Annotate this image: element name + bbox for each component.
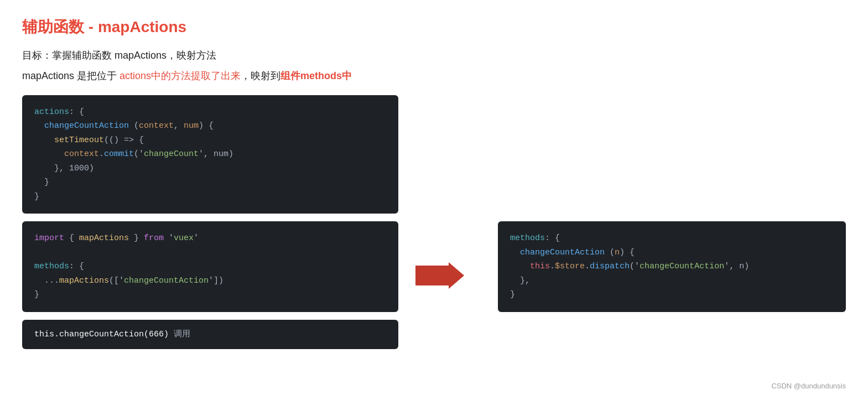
left-column: actions: { changeCountAction (context, n… [22, 95, 398, 214]
desc2-middle: ，映射到 [241, 70, 280, 81]
code-block-call: this.changeCountAction(666) 调用 [22, 320, 398, 350]
code-block-import: import { mapActions } from 'vuex' method… [22, 221, 398, 312]
code-block-methods: methods: { changeCountAction (n) { this.… [498, 221, 846, 312]
two-col-row: import { mapActions } from 'vuex' method… [22, 221, 846, 349]
desc-line-2: mapActions 是把位于 actions中的方法提取了出来，映射到组件me… [22, 68, 846, 84]
desc2-prefix: mapActions 是把位于 [22, 70, 119, 81]
left-bottom-col: import { mapActions } from 'vuex' method… [22, 221, 398, 349]
desc-line-1: 目标：掌握辅助函数 mapActions，映射方法 [22, 48, 846, 64]
content-area: actions: { changeCountAction (context, n… [22, 95, 846, 350]
page-title: 辅助函数 - mapActions [22, 17, 846, 38]
desc2-highlight1: actions中的方法提取了出来 [119, 70, 241, 81]
code-block-actions: actions: { changeCountAction (context, n… [22, 95, 398, 214]
right-arrow-icon [415, 266, 449, 285]
arrow-container [415, 266, 459, 285]
watermark: CSDN @dundundunsis [771, 382, 846, 390]
desc2-highlight2: 组件methods中 [280, 70, 352, 81]
